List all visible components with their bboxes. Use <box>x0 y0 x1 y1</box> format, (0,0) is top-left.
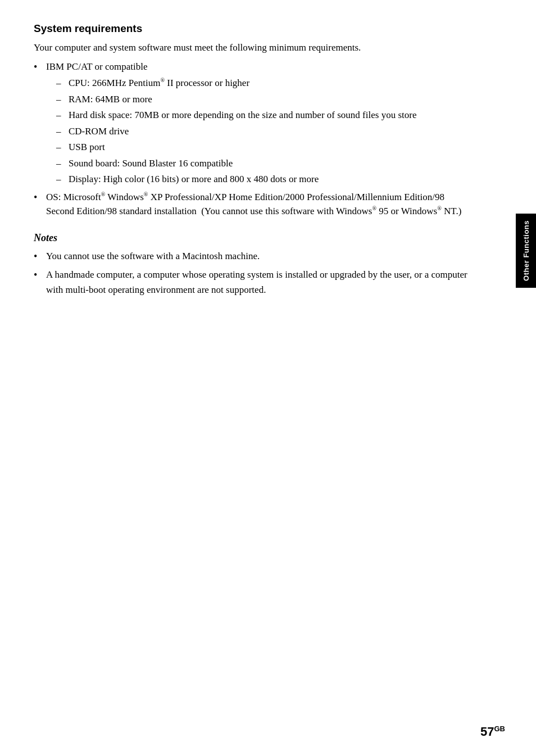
page-number-value: 57 <box>480 725 494 739</box>
notes-item-handmade-text: A handmade computer, a computer whose op… <box>46 269 467 295</box>
notes-item-mac-text: You cannot use the software with a Macin… <box>46 251 260 261</box>
list-item-ibm-text: IBM PC/AT or compatible <box>46 61 148 72</box>
sub-item-sound: Sound board: Sound Blaster 16 compatible <box>46 156 474 171</box>
sub-item-ram-text: RAM: 64MB or more <box>69 94 152 105</box>
sub-item-display: Display: High color (16 bits) or more an… <box>46 172 474 187</box>
side-tab-text: Other Functions <box>522 220 530 281</box>
notes-list: You cannot use the software with a Macin… <box>34 248 474 298</box>
main-list: IBM PC/AT or compatible CPU: 266MHz Pent… <box>34 60 474 219</box>
sub-item-usb: USB port <box>46 140 474 155</box>
sub-item-cdrom-text: CD-ROM drive <box>69 126 129 137</box>
sub-list-ibm: CPU: 266MHz Pentium® II processor or hig… <box>46 76 474 187</box>
sub-item-cpu-text: CPU: 266MHz Pentium® II processor or hig… <box>69 78 249 88</box>
notes-title: Notes <box>34 232 474 244</box>
sub-item-hdd: Hard disk space: 70MB or more depending … <box>46 108 474 123</box>
sub-item-ram: RAM: 64MB or more <box>46 92 474 107</box>
sub-item-cpu: CPU: 266MHz Pentium® II processor or hig… <box>46 76 474 90</box>
intro-paragraph: Your computer and system software must m… <box>34 40 474 55</box>
list-item-os-text: OS: Microsoft® Windows® XP Professional/… <box>46 192 461 217</box>
section-title: System requirements <box>34 22 474 35</box>
sub-item-display-text: Display: High color (16 bits) or more an… <box>69 174 319 184</box>
notes-item-mac: You cannot use the software with a Macin… <box>34 248 474 264</box>
page-suffix: GB <box>494 725 506 733</box>
notes-item-handmade: A handmade computer, a computer whose op… <box>34 267 474 297</box>
page-container: System requirements Your computer and sy… <box>0 0 536 756</box>
content-area: System requirements Your computer and sy… <box>34 22 474 297</box>
side-tab: Other Functions <box>516 214 536 288</box>
list-item-ibm: IBM PC/AT or compatible CPU: 266MHz Pent… <box>34 60 474 187</box>
page-number: 57GB <box>480 725 505 739</box>
list-item-os: OS: Microsoft® Windows® XP Professional/… <box>34 190 474 219</box>
sub-item-usb-text: USB port <box>69 142 105 152</box>
sub-item-cdrom: CD-ROM drive <box>46 124 474 139</box>
sub-item-hdd-text: Hard disk space: 70MB or more depending … <box>69 110 416 120</box>
sub-item-sound-text: Sound board: Sound Blaster 16 compatible <box>69 158 233 169</box>
